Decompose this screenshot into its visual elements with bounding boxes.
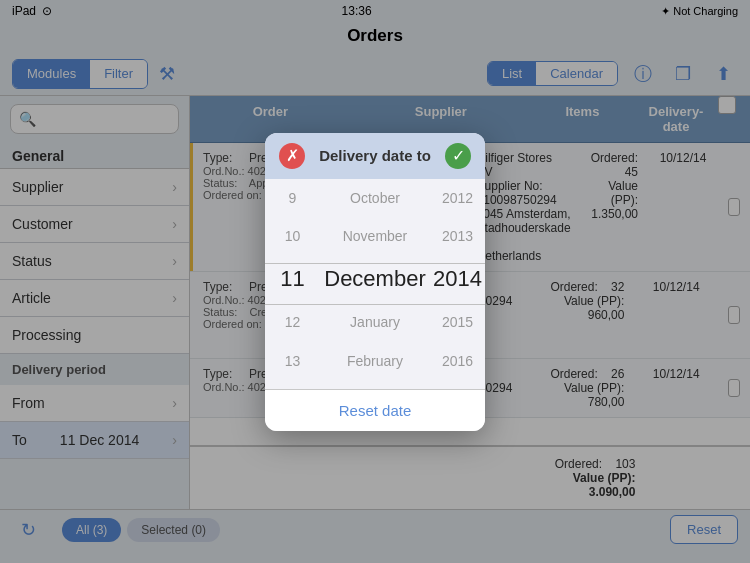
picker-year-2013[interactable]: 2013 bbox=[430, 217, 485, 255]
picker-day-11[interactable]: 11 bbox=[265, 255, 320, 304]
picker-year-2015[interactable]: 2015 bbox=[430, 303, 485, 341]
picker-col-year[interactable]: 2012 2013 2014 2015 2016 bbox=[430, 179, 485, 389]
picker-day-10[interactable]: 10 bbox=[265, 217, 320, 255]
picker-day-13[interactable]: 13 bbox=[265, 342, 320, 380]
picker-col-day[interactable]: 9 10 11 12 13 bbox=[265, 179, 320, 389]
modal-cancel-button[interactable]: ✗ bbox=[279, 143, 305, 169]
picker-day-12[interactable]: 12 bbox=[265, 303, 320, 341]
picker-month-oct[interactable]: October bbox=[320, 179, 430, 217]
modal-header: ✗ Delivery date to ✓ bbox=[265, 133, 485, 179]
picker-month-nov[interactable]: November bbox=[320, 217, 430, 255]
delivery-date-modal: ✗ Delivery date to ✓ 9 10 11 12 13 Octob… bbox=[265, 133, 485, 431]
picker-year-2012[interactable]: 2012 bbox=[430, 179, 485, 217]
modal-confirm-button[interactable]: ✓ bbox=[445, 143, 471, 169]
picker-col-month[interactable]: October November December January Februa… bbox=[320, 179, 430, 389]
picker-year-2014[interactable]: 2014 bbox=[430, 255, 485, 304]
modal-overlay[interactable]: ✗ Delivery date to ✓ 9 10 11 12 13 Octob… bbox=[0, 0, 750, 563]
picker-day-9[interactable]: 9 bbox=[265, 179, 320, 217]
picker-month-dec[interactable]: December bbox=[320, 255, 430, 304]
date-picker[interactable]: 9 10 11 12 13 October November December … bbox=[265, 179, 485, 389]
picker-month-jan[interactable]: January bbox=[320, 303, 430, 341]
modal-reset-date-button[interactable]: Reset date bbox=[265, 389, 485, 431]
modal-title: Delivery date to bbox=[305, 147, 445, 164]
picker-year-2016[interactable]: 2016 bbox=[430, 342, 485, 380]
picker-month-feb[interactable]: February bbox=[320, 342, 430, 380]
